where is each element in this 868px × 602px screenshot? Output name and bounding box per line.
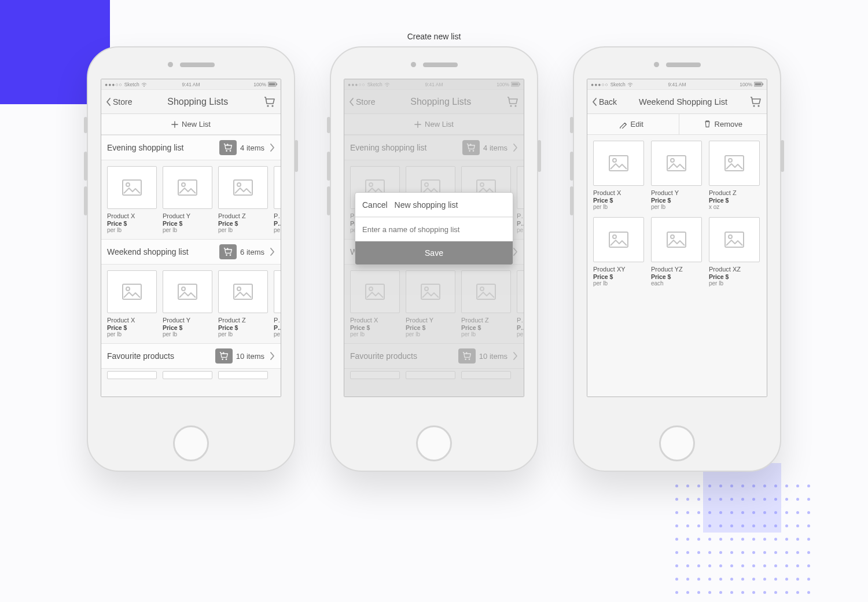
product-unit: per lb bbox=[163, 331, 212, 337]
list-name-input[interactable] bbox=[355, 218, 513, 241]
statusbar: ●●●○○Sketch 9:41 AM 100% bbox=[587, 79, 767, 90]
add-all-to-cart-button[interactable] bbox=[219, 244, 237, 259]
product-strip[interactable]: Product X Price $ per lb Product Y Price… bbox=[344, 265, 524, 343]
add-all-to-cart-button[interactable] bbox=[215, 348, 233, 364]
product-name: Product X bbox=[107, 317, 157, 324]
product-strip[interactable]: Product X Price $ per lb Product Y Price… bbox=[101, 265, 281, 343]
product-unit: pe bbox=[517, 331, 524, 337]
product-unit: per lb bbox=[406, 331, 455, 337]
modal-title: New shopping list bbox=[395, 200, 513, 210]
product-name: Product Z bbox=[218, 212, 268, 219]
image-placeholder-icon bbox=[107, 166, 157, 209]
product-card[interactable]: Product XZ Price $ per lb bbox=[709, 217, 760, 287]
page-title: Shopping Lists bbox=[375, 97, 506, 107]
home-button[interactable] bbox=[416, 425, 452, 461]
edit-button[interactable]: Edit bbox=[587, 114, 675, 134]
remove-button[interactable]: Remove bbox=[679, 114, 767, 134]
new-list-label: New List bbox=[425, 120, 454, 129]
page-title: Shopping Lists bbox=[132, 97, 263, 107]
product-card[interactable]: Product Y Price $ per lb bbox=[163, 166, 212, 233]
product-card[interactable]: Product X Price $ per lb bbox=[350, 270, 400, 337]
list-row[interactable]: Evening shopping list 4 items bbox=[344, 135, 524, 160]
phone-mockup-3: ●●●○○Sketch 9:41 AM 100% Back Weekend Sh… bbox=[573, 46, 781, 472]
plus-icon bbox=[414, 121, 421, 128]
product-card[interactable]: Product YZ Price $ each bbox=[651, 217, 702, 287]
product-card[interactable]: P… P… pe bbox=[274, 270, 281, 337]
chevron-left-icon bbox=[349, 98, 355, 106]
product-card[interactable]: Product X Price $ per lb bbox=[593, 141, 644, 210]
product-price: P… bbox=[517, 324, 524, 331]
lists-content: Evening shopping list 4 items Product X … bbox=[101, 135, 281, 397]
product-unit: per lb bbox=[350, 331, 400, 337]
page-title: Weekend Shopping List bbox=[617, 97, 749, 107]
save-button[interactable]: Save bbox=[355, 241, 513, 265]
cancel-button[interactable]: Cancel bbox=[355, 200, 395, 210]
image-placeholder-icon bbox=[517, 166, 524, 209]
product-unit: per lb bbox=[107, 227, 157, 233]
cart-icon[interactable] bbox=[263, 96, 276, 108]
list-name: Evening shopping list bbox=[350, 143, 459, 152]
home-button[interactable] bbox=[173, 425, 209, 461]
product-price: Price $ bbox=[107, 220, 157, 227]
new-list-button[interactable]: New List bbox=[344, 114, 524, 135]
product-name: Product Z bbox=[709, 189, 760, 196]
product-strip[interactable]: Product X Price $ per lb Product Y Price… bbox=[101, 160, 281, 239]
product-card[interactable]: Product Y Price $ per lb bbox=[163, 270, 212, 337]
image-placeholder-icon bbox=[461, 270, 511, 313]
product-card[interactable]: Product X Price $ per lb bbox=[107, 270, 157, 337]
product-price: P… bbox=[274, 324, 281, 331]
image-placeholder-icon bbox=[163, 270, 212, 313]
product-unit: x oz bbox=[709, 204, 760, 210]
back-label: Store bbox=[356, 97, 375, 107]
new-list-button[interactable]: New List bbox=[101, 114, 281, 135]
product-price: Price $ bbox=[651, 197, 702, 204]
list-row[interactable]: Evening shopping list 4 items bbox=[101, 135, 281, 160]
product-card[interactable]: Product X Price $ per lb bbox=[107, 166, 157, 233]
chevron-left-icon bbox=[106, 98, 112, 106]
back-button[interactable]: Back bbox=[592, 97, 617, 107]
list-name: Favourite products bbox=[107, 351, 212, 361]
plus-icon bbox=[171, 121, 178, 128]
list-row[interactable]: Favourite products 10 items bbox=[101, 343, 281, 369]
product-card[interactable]: P… P… pe bbox=[517, 270, 524, 337]
chevron-right-icon bbox=[512, 144, 518, 152]
image-placeholder-icon bbox=[593, 217, 644, 262]
cart-icon[interactable] bbox=[506, 96, 519, 108]
list-actions: Edit Remove bbox=[587, 114, 767, 135]
product-unit: per lb bbox=[163, 227, 212, 233]
add-all-to-cart-button[interactable] bbox=[462, 140, 480, 155]
product-name: P… bbox=[274, 212, 281, 219]
product-unit: per lb bbox=[709, 280, 760, 287]
product-card[interactable]: Product Z Price $ per lb bbox=[218, 166, 268, 233]
product-name: Product Y bbox=[163, 317, 212, 324]
add-all-to-cart-button[interactable] bbox=[219, 140, 237, 155]
product-card[interactable]: Product Z Price $ x oz bbox=[709, 141, 760, 210]
product-card[interactable]: Product Y Price $ per lb bbox=[651, 141, 702, 210]
new-list-modal: Cancel New shopping list Save bbox=[355, 192, 513, 265]
image-placeholder-icon bbox=[274, 166, 281, 209]
home-button[interactable] bbox=[659, 425, 695, 461]
image-placeholder-icon bbox=[163, 166, 212, 209]
product-price: Price $ bbox=[107, 324, 157, 331]
product-strip[interactable] bbox=[344, 369, 524, 383]
product-card[interactable]: P… P… pe bbox=[517, 166, 524, 233]
back-button[interactable]: Store bbox=[106, 97, 132, 107]
product-unit: per lb bbox=[593, 204, 644, 210]
product-price: Price $ bbox=[350, 324, 400, 331]
product-card[interactable]: Product XY Price $ per lb bbox=[593, 217, 644, 287]
product-card[interactable]: P… P… pe bbox=[274, 166, 281, 233]
add-all-to-cart-button[interactable] bbox=[458, 348, 476, 364]
edit-label: Edit bbox=[631, 120, 643, 129]
list-count: 10 items bbox=[236, 352, 264, 361]
back-button[interactable]: Store bbox=[349, 97, 375, 107]
product-card[interactable]: Product Z Price $ per lb bbox=[218, 270, 268, 337]
product-strip[interactable] bbox=[101, 369, 281, 383]
product-card[interactable]: Product Z Price $ per lb bbox=[461, 270, 511, 337]
phone-mockup-1: ●●●○○Sketch 9:41 AM 100% Store Shopping … bbox=[87, 46, 295, 472]
product-card[interactable]: Product Y Price $ per lb bbox=[406, 270, 455, 337]
product-name: Product X bbox=[107, 212, 157, 219]
cart-icon[interactable] bbox=[749, 96, 762, 108]
list-row[interactable]: Favourite products 10 items bbox=[344, 343, 524, 369]
list-row[interactable]: Weekend shopping list 6 items bbox=[101, 239, 281, 265]
product-price: Price $ bbox=[593, 197, 644, 204]
